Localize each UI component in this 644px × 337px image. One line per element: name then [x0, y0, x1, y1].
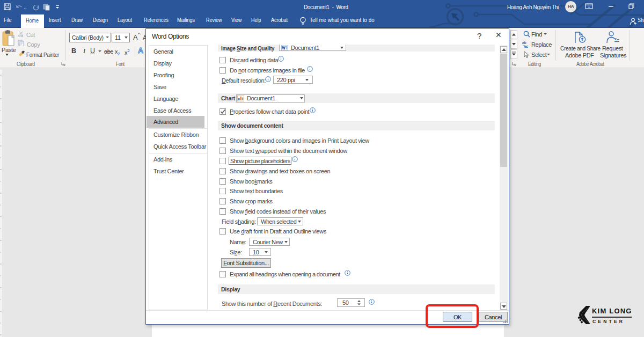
svg-text:ab: ab	[522, 41, 526, 45]
svg-text:x: x	[614, 37, 617, 41]
svg-text:ac: ac	[524, 45, 529, 48]
